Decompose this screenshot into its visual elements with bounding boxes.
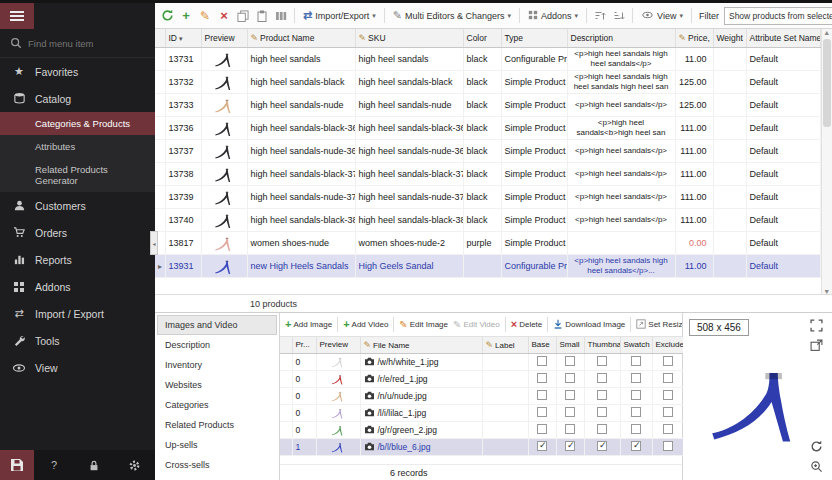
tab-websites[interactable]: Websites xyxy=(157,375,277,395)
sort-asc-button[interactable] xyxy=(592,8,608,24)
col-type[interactable]: Type xyxy=(501,29,567,47)
help-button[interactable]: ? xyxy=(46,457,62,473)
base-checkbox[interactable] xyxy=(537,390,547,400)
scrollbar-thumb[interactable] xyxy=(823,39,831,127)
exclude-checkbox[interactable] xyxy=(663,407,673,417)
exclude-checkbox[interactable] xyxy=(663,356,673,366)
col-swatch[interactable]: Swatch xyxy=(620,337,652,353)
col-preview[interactable]: Preview xyxy=(201,29,247,47)
media-row[interactable]: 0 /r/e/red_1.jpg xyxy=(280,370,683,387)
multi-editors-menu-button[interactable]: ✎ Multi Editors & Changers ▾ xyxy=(390,8,514,23)
thumbnail-checkbox[interactable] xyxy=(597,373,607,383)
lock-button[interactable] xyxy=(86,457,102,473)
product-row[interactable]: 13737 high heel sandals-nude-36 high hee… xyxy=(155,139,820,162)
swatch-checkbox[interactable] xyxy=(631,407,641,417)
col-weight[interactable]: Weight xyxy=(713,29,746,47)
base-checkbox[interactable] xyxy=(537,356,547,366)
col-media-preview[interactable]: Preview xyxy=(316,337,360,353)
col-file-name[interactable]: ✎File Name xyxy=(360,337,482,353)
col-thumbnail[interactable]: Thumbna xyxy=(584,337,620,353)
col-attribute-set-name[interactable]: Attribute Set Name xyxy=(746,29,820,47)
sidebar-item-import-export[interactable]: ⇄ Import / Export xyxy=(0,300,155,327)
add-image-button[interactable]: +Add Image xyxy=(283,317,334,332)
row-expander-icon[interactable]: ▸ xyxy=(158,262,162,271)
small-checkbox[interactable] xyxy=(565,356,575,366)
tab-up-sells[interactable]: Up-sells xyxy=(157,435,277,455)
exclude-checkbox[interactable] xyxy=(663,373,673,383)
col-label[interactable]: ✎Label xyxy=(482,337,528,353)
zoom-button[interactable] xyxy=(810,460,824,474)
settings-button[interactable] xyxy=(127,457,143,473)
col-description[interactable]: Description xyxy=(567,29,675,47)
exclude-checkbox[interactable] xyxy=(663,390,673,400)
sort-desc-button[interactable] xyxy=(611,8,627,24)
download-image-button[interactable]: Download Image xyxy=(551,317,627,333)
scroll-down-icon[interactable]: ▼ xyxy=(823,288,830,295)
media-row[interactable]: 0 /n/u/nude.jpg xyxy=(280,387,683,404)
col-base[interactable]: Base xyxy=(528,337,556,353)
open-in-window-button[interactable] xyxy=(810,339,824,353)
addons-menu-button[interactable]: Addons ▾ xyxy=(525,8,581,24)
product-row[interactable]: 13738 high heel sandals-black-37 high he… xyxy=(155,162,820,185)
col-exclude[interactable]: Exclude xyxy=(652,337,683,353)
base-checkbox[interactable] xyxy=(537,441,547,451)
col-id[interactable]: ID▾ xyxy=(165,29,201,47)
edit-image-button[interactable]: ✎Edit Image xyxy=(397,318,450,332)
set-resize-rule-button[interactable]: Set Resize Rule▾ xyxy=(634,317,682,333)
add-video-button[interactable]: +Add Video xyxy=(341,317,390,332)
small-checkbox[interactable] xyxy=(565,441,575,451)
thumbnail-checkbox[interactable] xyxy=(597,424,607,434)
tab-inventory[interactable]: Inventory xyxy=(157,355,277,375)
import-export-menu-button[interactable]: ⇄ Import/Export ▾ xyxy=(300,8,379,23)
product-row[interactable]: 13739 high heel sandals-nude-37 high hee… xyxy=(155,185,820,208)
media-row[interactable]: 0 /w/h/white_1.jpg xyxy=(280,353,683,370)
swatch-checkbox[interactable] xyxy=(631,424,641,434)
refresh-button[interactable] xyxy=(159,8,175,24)
sidebar-collapse-handle[interactable]: ◂ xyxy=(150,231,158,255)
tab-images-and-video[interactable]: Images and Video xyxy=(157,315,277,335)
swatch-checkbox[interactable] xyxy=(631,373,641,383)
filter-select[interactable]: Show products from selected categories ▾ xyxy=(724,7,832,25)
edit-video-button[interactable]: ✎Edit Video xyxy=(451,317,502,332)
small-checkbox[interactable] xyxy=(565,424,575,434)
sidebar-item-categories-products[interactable]: Categories & Products xyxy=(0,112,155,135)
sidebar-item-addons[interactable]: Addons xyxy=(0,273,155,300)
media-row[interactable]: 1 /b/l/blue_6.jpg xyxy=(280,438,683,455)
base-checkbox[interactable] xyxy=(537,407,547,417)
col-color[interactable]: Color xyxy=(463,29,501,47)
swatch-checkbox[interactable] xyxy=(631,441,641,451)
product-row[interactable]: 13817 women shoes-nude women shoes-nude-… xyxy=(155,231,820,254)
menu-search-input[interactable] xyxy=(28,38,130,49)
swatch-checkbox[interactable] xyxy=(631,390,641,400)
thumbnail-checkbox[interactable] xyxy=(597,407,607,417)
save-button[interactable] xyxy=(0,450,34,480)
product-row[interactable]: 13736 high heel sandals-black-36 high he… xyxy=(155,116,820,139)
col-sku[interactable]: ✎SKU xyxy=(355,29,463,47)
base-checkbox[interactable] xyxy=(537,424,547,434)
paste-button[interactable] xyxy=(254,8,270,24)
add-product-button[interactable]: + xyxy=(178,8,194,24)
tab-product-reviews[interactable]: Product Reviews xyxy=(157,475,277,480)
tab-categories[interactable]: Categories xyxy=(157,395,277,415)
sidebar-item-orders[interactable]: Orders xyxy=(0,219,155,246)
scroll-up-icon[interactable]: ▲ xyxy=(823,29,830,36)
sidebar-item-favorites[interactable]: ★ Favorites xyxy=(0,58,155,85)
delete-product-button[interactable]: × xyxy=(216,8,232,24)
delete-image-button[interactable]: ×Delete xyxy=(509,317,545,332)
product-row[interactable]: 13732 high heel sandals-black high heel … xyxy=(155,70,820,93)
sidebar-item-tools[interactable]: Tools xyxy=(0,327,155,354)
columns-button[interactable] xyxy=(273,8,289,24)
col-small[interactable]: Small xyxy=(556,337,584,353)
swatch-checkbox[interactable] xyxy=(631,356,641,366)
media-row[interactable]: 0 /l/i/lilac_1.jpg xyxy=(280,404,683,421)
fullscreen-button[interactable] xyxy=(810,319,824,333)
sidebar-item-related-products-generator[interactable]: Related Products Generator xyxy=(0,158,155,192)
sidebar-item-attributes[interactable]: Attributes xyxy=(0,135,155,158)
sidebar-item-customers[interactable]: Customers xyxy=(0,192,155,219)
rotate-image-button[interactable] xyxy=(810,440,824,454)
col-position[interactable]: Pr... xyxy=(292,337,316,353)
exclude-checkbox[interactable] xyxy=(663,424,673,434)
edit-product-button[interactable]: ✎ xyxy=(197,8,213,24)
product-row[interactable]: ▸ 13931 new High Heels Sandals High Geel… xyxy=(155,254,820,277)
tab-related-products[interactable]: Related Products xyxy=(157,415,277,435)
